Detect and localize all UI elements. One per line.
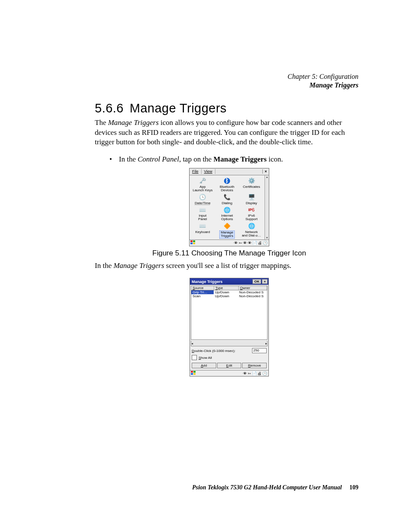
control-panel-item[interactable]: ⌨️Keyboard <box>190 222 215 239</box>
item-icon: IP6 <box>247 206 256 214</box>
item-icon: 🗝️ <box>198 177 207 185</box>
section-heading: 5.6.6Manage Triggers <box>95 101 364 115</box>
svg-rect-7 <box>193 373 196 375</box>
header-section: Manage Triggers <box>288 81 358 90</box>
item-label: Display <box>246 202 257 205</box>
edit-button[interactable]: Edit <box>217 363 242 368</box>
taskbar: 👁➳📄🖨🕒 <box>190 370 268 376</box>
header-owner[interactable]: Owner <box>239 286 267 290</box>
control-panel-item[interactable]: IP6IPv6Support <box>239 206 264 221</box>
page-number: 109 <box>349 484 358 491</box>
page: Chapter 5: Configuration Manage Triggers… <box>0 0 411 532</box>
horizontal-scrollbar[interactable]: ◂ ▸ <box>191 341 268 346</box>
item-icon: ⌨️ <box>198 206 207 214</box>
item-icon: 🖥️ <box>247 193 256 201</box>
start-button[interactable] <box>190 371 197 376</box>
show-all-checkbox[interactable] <box>192 355 197 360</box>
control-panel-item[interactable]: 🖥️Display <box>239 193 264 205</box>
table-row[interactable]: Grip Tri…Up/DownNon-Decoded S <box>191 290 267 294</box>
control-panel-menubar: File View × <box>190 168 269 175</box>
control-panel-item[interactable]: 🕓Date/Time <box>190 193 215 205</box>
show-all-label: Show All <box>199 356 212 360</box>
button-row: Add Edit Remove <box>190 363 268 370</box>
cell-owner: Non-Decoded S <box>238 290 267 294</box>
control-panel-item[interactable]: 🔶ManageTriggers <box>215 222 240 239</box>
control-panel-item[interactable]: ᛒBluetoothDevices <box>215 177 240 193</box>
item-icon: ⚙️ <box>247 177 256 185</box>
item-label: Dialing <box>222 202 232 205</box>
header-type[interactable]: Type <box>214 286 239 290</box>
start-button[interactable] <box>190 240 196 246</box>
close-button[interactable]: × <box>262 169 269 174</box>
item-icon: ᛒ <box>223 177 231 185</box>
instruction-bullet: • In the Control Panel, tap on the Manag… <box>109 155 364 164</box>
item-label: Networkand Dial-u… <box>242 230 261 238</box>
tray-icon[interactable]: 🖨 <box>258 241 262 245</box>
system-tray: 👁➳👁👁📄🖨🕒 <box>234 241 269 245</box>
scrollbar[interactable]: ▴ ▾ <box>265 175 269 240</box>
control-panel-item[interactable]: ⌨️InputPanel <box>190 206 215 221</box>
control-panel-item[interactable]: 🌐Networkand Dial-u… <box>239 222 264 239</box>
cell-source: Grip Tri… <box>191 290 214 294</box>
header-source[interactable]: Source <box>191 286 214 290</box>
svg-rect-0 <box>190 240 193 242</box>
scroll-down-icon[interactable]: ▾ <box>266 236 268 240</box>
item-label: Keyboard <box>195 230 210 234</box>
tray-icon[interactable]: 🕒 <box>262 371 267 376</box>
menu-file[interactable]: File <box>190 169 202 174</box>
tray-icon[interactable]: ➳ <box>248 371 251 376</box>
item-label: IPv6Support <box>246 214 258 221</box>
scroll-left-icon[interactable]: ◂ <box>191 342 193 345</box>
control-panel-item[interactable]: 📞Dialing <box>215 193 240 205</box>
double-click-input[interactable]: 250 <box>252 348 267 353</box>
control-panel-item[interactable]: 🗝️AppLaunch Keys <box>190 177 215 193</box>
tray-icon[interactable]: 🕒 <box>263 241 268 245</box>
item-label: InputPanel <box>198 214 207 221</box>
intro-paragraph: The Manage Triggers icon allows you to c… <box>95 118 364 147</box>
tray-icon[interactable]: ➳ <box>239 241 242 245</box>
tray-icon[interactable]: 👁 <box>234 241 238 245</box>
item-icon: ⌨️ <box>198 222 207 230</box>
close-button[interactable]: × <box>262 279 268 284</box>
triggers-table[interactable]: Source Type Owner Grip Tri…Up/DownNon-De… <box>191 286 268 340</box>
bullet-icon: • <box>109 155 113 164</box>
svg-rect-3 <box>193 243 195 244</box>
svg-rect-4 <box>191 371 193 373</box>
section-number: 5.6.6 <box>95 101 124 115</box>
system-tray: 👁➳📄🖨🕒 <box>243 371 268 376</box>
item-label: InternetOptions <box>221 214 233 221</box>
page-footer: Psion Teklogix 7530 G2 Hand-Held Compute… <box>192 484 358 491</box>
item-label: Certificates <box>243 185 260 189</box>
item-icon: 🌐 <box>247 222 256 230</box>
tray-icon[interactable]: 📄 <box>252 371 257 376</box>
menu-view[interactable]: View <box>202 169 215 174</box>
tray-icon[interactable]: 🖨 <box>258 371 262 376</box>
cell-type: Up/Down <box>214 294 238 298</box>
control-panel-item[interactable]: 🌐InternetOptions <box>215 206 240 221</box>
svg-rect-5 <box>193 371 196 373</box>
ok-button[interactable]: OK <box>252 279 261 284</box>
window-title: Manage Triggers <box>192 280 223 284</box>
item-icon: 🌐 <box>223 206 231 214</box>
show-all-row[interactable]: Show All <box>192 355 267 360</box>
item-icon: 📞 <box>223 193 231 201</box>
section-title: Manage Triggers <box>130 101 227 115</box>
tray-icon[interactable]: 📄 <box>252 241 257 245</box>
bullet-text: In the Control Panel, tap on the Manage … <box>119 155 283 164</box>
tray-icon[interactable]: 👁 <box>248 241 252 245</box>
table-headers[interactable]: Source Type Owner <box>191 286 267 290</box>
tray-icon[interactable]: 👁 <box>243 241 247 245</box>
scroll-up-icon[interactable]: ▴ <box>266 175 268 179</box>
item-label: Date/Time <box>195 202 211 205</box>
control-panel-screenshot: File View × 🗝️AppLaunch KeysᛒBluetoothDe… <box>189 168 269 246</box>
item-label: AppLaunch Keys <box>193 185 212 193</box>
add-button[interactable]: Add <box>192 363 216 368</box>
scroll-right-icon[interactable]: ▸ <box>265 342 267 345</box>
taskbar: 👁➳👁👁📄🖨🕒 <box>190 240 269 246</box>
tray-icon[interactable]: 👁 <box>243 371 247 376</box>
control-panel-item[interactable]: ⚙️Certificates <box>239 177 264 193</box>
remove-button[interactable]: Remove <box>242 363 267 368</box>
figure-caption-1: Figure 5.11 Choosing The Manage Trigger … <box>95 249 364 258</box>
item-label: BluetoothDevices <box>220 185 234 193</box>
table-row[interactable]: ScanUp/DownNon-Decoded S <box>191 294 267 298</box>
